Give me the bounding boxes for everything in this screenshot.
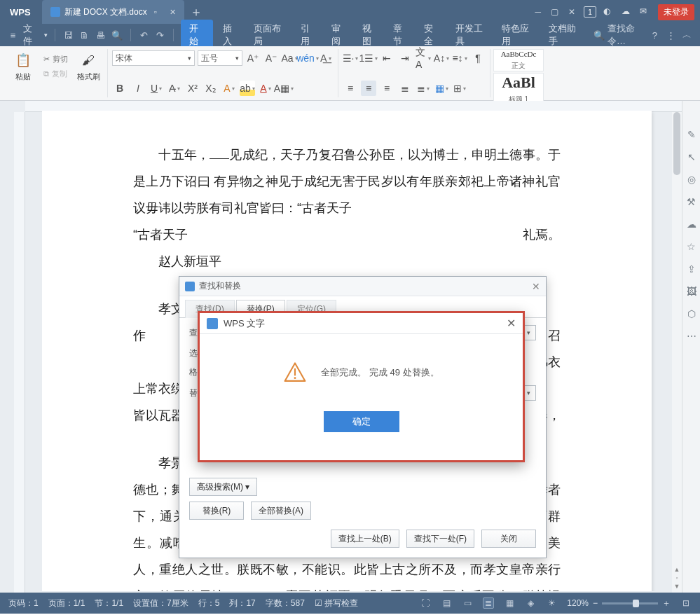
grow-font-icon[interactable]: A⁺ <box>245 50 261 66</box>
format-painter-button[interactable]: 🖌 格式刷 <box>74 50 103 82</box>
align-right-icon[interactable]: ≡ <box>379 81 394 96</box>
status-section[interactable]: 节：1/1 <box>95 597 123 609</box>
scroll-page-down-icon[interactable]: ▼ <box>674 583 680 590</box>
zoom-out-icon[interactable]: − <box>593 598 598 608</box>
shading-icon[interactable]: A▦ <box>276 81 291 96</box>
status-offset[interactable]: 设置值：7厘米 <box>133 597 188 609</box>
side-star-icon[interactable]: ☆ <box>686 241 697 252</box>
cloud-icon[interactable]: ☁ <box>622 6 633 18</box>
view-eyecare-icon[interactable]: ☀ <box>546 597 557 609</box>
view-web-icon[interactable]: ▦ <box>504 597 515 609</box>
status-spell[interactable]: ☑ 拼写检查 <box>315 597 358 609</box>
strike-icon[interactable]: A̶ <box>167 81 182 96</box>
scroll-page-up-icon[interactable]: ▲ <box>674 566 680 573</box>
scrollbar-thumb[interactable] <box>673 112 680 175</box>
replace-all-button[interactable]: 全部替换(A) <box>251 502 311 520</box>
clear-format-icon[interactable]: A͟ <box>318 50 334 66</box>
line-spacing-icon[interactable]: ≡↕ <box>452 50 467 66</box>
numbering-icon[interactable]: 1☰ <box>361 50 376 66</box>
alert-ok-button[interactable]: 确定 <box>324 411 399 432</box>
document-tab[interactable]: 新建 DOCX 文档.docx ▫ ✕ <box>42 0 184 24</box>
bold-icon[interactable]: B <box>112 81 128 96</box>
notification-badge[interactable]: 1 <box>584 6 596 18</box>
help-icon[interactable]: ? <box>649 28 661 42</box>
fit-width-icon[interactable]: ⊡ <box>680 597 692 609</box>
align-justify-icon[interactable]: ≣ <box>397 81 413 96</box>
borders-icon[interactable]: ⊞ <box>452 81 467 96</box>
paste-button[interactable]: 📋 粘贴 <box>8 50 38 82</box>
view-outline-icon[interactable]: ▤ <box>441 597 452 609</box>
status-col[interactable]: 列：17 <box>229 597 255 609</box>
para-shading-icon[interactable]: ▦ <box>434 81 449 96</box>
text-direction-icon[interactable]: 文A <box>416 50 431 66</box>
advanced-search-button[interactable]: 高级搜索(M) ▾ <box>189 478 257 496</box>
find-close-button[interactable]: 关闭 <box>481 530 536 548</box>
side-cloud-icon[interactable]: ☁ <box>686 219 697 230</box>
side-share-icon[interactable]: ⇪ <box>686 263 697 275</box>
bullets-icon[interactable]: ☰· <box>343 50 358 66</box>
side-settings-icon[interactable]: ⚒ <box>686 196 697 207</box>
text-effect-icon[interactable]: A <box>221 81 237 96</box>
zoom-slider[interactable] <box>602 602 658 604</box>
font-color-icon[interactable]: A <box>258 81 273 96</box>
tab-monitor-icon[interactable]: ▫ <box>154 7 157 17</box>
view-focus-icon[interactable]: ◈ <box>525 597 536 609</box>
skin-icon[interactable]: ◐ <box>603 6 615 18</box>
vertical-scrollbar[interactable]: ▲◦▼ <box>672 112 682 593</box>
style-normal[interactable]: AaBbCcDc正文 <box>493 49 544 71</box>
superscript-icon[interactable]: X² <box>185 81 200 96</box>
print-icon[interactable]: 🖶 <box>95 28 107 42</box>
tab-close-icon[interactable]: ✕ <box>170 8 176 17</box>
maximize-icon[interactable]: ▢ <box>551 7 558 17</box>
distribute-icon[interactable]: ≣ <box>416 81 431 96</box>
font-size-select[interactable]: 五号▾ <box>198 50 242 66</box>
align-left-icon[interactable]: ≡ <box>343 81 358 96</box>
zoom-in-icon[interactable]: ＋ <box>662 597 671 609</box>
side-more-icon[interactable]: ⋯ <box>686 331 697 342</box>
find-prev-button[interactable]: 查找上一处(B) <box>331 530 399 548</box>
menu-icon[interactable]: ≡ <box>7 28 19 42</box>
find-dialog-close-icon[interactable]: ✕ <box>532 281 540 292</box>
shrink-font-icon[interactable]: A⁻ <box>263 50 279 66</box>
indent-icon[interactable]: ⇥ <box>397 50 413 66</box>
status-line[interactable]: 行：5 <box>198 597 220 609</box>
status-page-no[interactable]: 页码：1 <box>8 597 39 609</box>
side-target-icon[interactable]: ◎ <box>686 174 697 185</box>
side-pencil-icon[interactable]: ✎ <box>686 129 697 140</box>
zoom-control[interactable]: 120% − ＋ <box>567 597 671 609</box>
highlight-icon[interactable]: ab <box>240 81 255 96</box>
align-center-icon[interactable]: ≡ <box>361 81 376 96</box>
print-preview-icon[interactable]: 🔍 <box>111 28 123 42</box>
close-icon[interactable]: ✕ <box>568 7 575 17</box>
zoom-slider-handle[interactable] <box>633 600 639 607</box>
saveas-icon[interactable]: 🗎 <box>78 28 90 42</box>
status-words[interactable]: 字数：587 <box>266 597 305 609</box>
sort-icon[interactable]: A↕ <box>434 50 449 66</box>
collapse-ribbon-icon[interactable]: ︿ <box>681 28 693 42</box>
font-name-select[interactable]: 宋体▾ <box>112 50 195 66</box>
status-pages[interactable]: 页面：1/1 <box>48 597 85 609</box>
undo-icon[interactable]: ↶ <box>138 28 150 42</box>
copy-button[interactable]: ⧉复制 <box>41 67 71 81</box>
save-icon[interactable]: 🖫 <box>62 28 74 42</box>
change-case-icon[interactable]: Aa <box>282 50 297 66</box>
side-cursor-icon[interactable]: ↖ <box>686 151 697 163</box>
style-gallery[interactable]: AaBbCcDc正文 AaBl标题 1 AaBbC标题 2 AaBl标题 <box>490 49 547 97</box>
vertical-ruler[interactable] <box>14 112 25 593</box>
view-page-icon[interactable]: ≣ <box>483 597 494 609</box>
show-marks-icon[interactable]: ¶ <box>470 50 486 66</box>
side-image-icon[interactable]: 🖼 <box>686 286 697 297</box>
more-icon[interactable]: ⋮ <box>665 28 677 42</box>
file-menu[interactable]: 文件 <box>23 22 39 48</box>
outdent-icon[interactable]: ⇤ <box>379 50 394 66</box>
subscript-icon[interactable]: X₂ <box>203 81 219 96</box>
replace-button[interactable]: 替换(R) <box>189 502 244 520</box>
view-read-icon[interactable]: ▭ <box>462 597 473 609</box>
message-icon[interactable]: ✉ <box>640 6 651 18</box>
alert-close-icon[interactable]: ✕ <box>507 317 516 330</box>
view-fullscreen-icon[interactable]: ⛶ <box>420 597 431 609</box>
command-search[interactable]: 🔍 查找命令… <box>593 22 645 48</box>
cut-button[interactable]: ✂剪切 <box>41 53 71 66</box>
italic-icon[interactable]: I <box>130 81 146 96</box>
minimize-icon[interactable]: ─ <box>535 7 541 17</box>
